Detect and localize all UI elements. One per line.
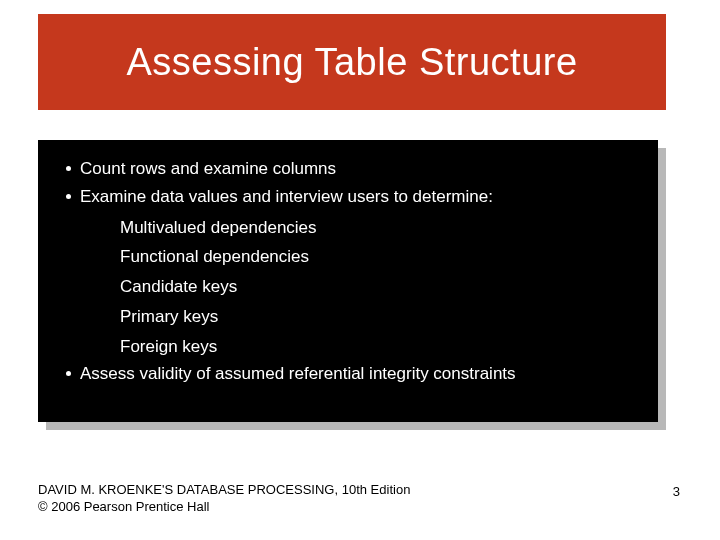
bullet-level2: Primary keys	[62, 302, 634, 332]
bullet-level1: Examine data values and interview users …	[62, 184, 634, 210]
bullet-level2: Multivalued dependencies	[62, 213, 634, 243]
page-number: 3	[673, 484, 680, 499]
slide: Assessing Table Structure Count rows and…	[0, 0, 720, 540]
bullet-level2: Functional dependencies	[62, 242, 634, 272]
footer-line2: © 2006 Pearson Prentice Hall	[38, 498, 678, 516]
bullet-level2: Foreign keys	[62, 332, 634, 362]
content-panel: Count rows and examine columns Examine d…	[38, 140, 658, 422]
footer-line1: DAVID M. KROENKE'S DATABASE PROCESSING, …	[38, 481, 678, 499]
slide-title: Assessing Table Structure	[126, 41, 577, 84]
title-band: Assessing Table Structure	[38, 14, 666, 110]
content-area: Count rows and examine columns Examine d…	[38, 140, 666, 430]
footer: DAVID M. KROENKE'S DATABASE PROCESSING, …	[38, 481, 678, 516]
bullet-level1: Count rows and examine columns	[62, 156, 634, 182]
bullet-level2: Candidate keys	[62, 272, 634, 302]
bullet-level1: Assess validity of assumed referential i…	[62, 361, 634, 387]
